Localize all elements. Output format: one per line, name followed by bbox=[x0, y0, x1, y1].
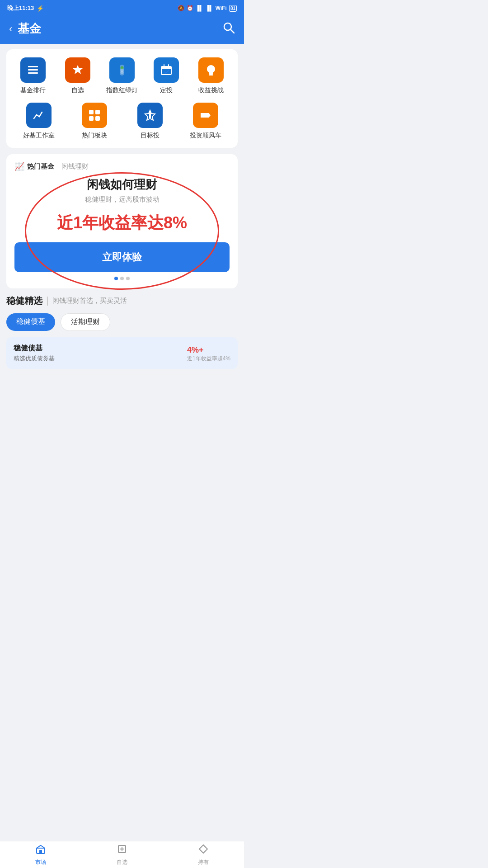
menu-item-hot-sector[interactable]: 热门板块 bbox=[74, 103, 115, 140]
promo-tab-idle-money[interactable]: 闲钱理财 bbox=[61, 162, 89, 171]
menu-item-fixed-invest[interactable]: 定投 bbox=[146, 57, 187, 94]
promo-oval-container: 闲钱如何理财 稳健理财，远离股市波动 近1年收益率达8% 立即体验 bbox=[14, 177, 230, 272]
svg-rect-15 bbox=[89, 110, 94, 114]
promo-tab-hot-fund[interactable]: 📈 热门基金 bbox=[14, 161, 54, 171]
index-light-icon bbox=[109, 57, 135, 83]
dot-indicators bbox=[14, 277, 230, 280]
filter-tab-stable[interactable]: 稳健债基 bbox=[6, 313, 55, 331]
menu-item-profit-challenge[interactable]: 收益挑战 bbox=[191, 57, 231, 94]
status-right: 🔕 ⏰ ▐▌ ▐▌ WiFi 81 bbox=[178, 5, 237, 12]
tailwind-icon bbox=[193, 103, 218, 128]
fund-rank-label: 基金排行 bbox=[20, 86, 46, 94]
menu-item-good-fund[interactable]: 好基工作室 bbox=[19, 103, 59, 140]
idle-money-tab-label: 闲钱理财 bbox=[61, 162, 89, 171]
wifi-icon: WiFi bbox=[216, 5, 227, 11]
section-divider bbox=[47, 297, 48, 306]
hot-sector-icon bbox=[82, 103, 107, 128]
promo-tabs: 📈 热门基金 闲钱理财 bbox=[14, 161, 230, 171]
target-invest-label: 目标投 bbox=[141, 132, 160, 140]
menu-item-target-invest[interactable]: 目标投 bbox=[130, 103, 170, 140]
index-light-label: 指数红绿灯 bbox=[106, 86, 138, 94]
menu-item-tailwind[interactable]: 投资顺风车 bbox=[185, 103, 226, 140]
good-fund-icon bbox=[26, 103, 52, 128]
fund-card-rate-info: 4%+ 近1年收益率超4% bbox=[187, 345, 230, 363]
menu-card: 基金排行 自选 指数红 bbox=[6, 49, 238, 148]
filter-tab-current[interactable]: 活期理财 bbox=[61, 313, 110, 331]
svg-rect-13 bbox=[209, 74, 213, 75]
menu-item-fund-rank[interactable]: 基金排行 bbox=[13, 57, 53, 94]
dot-3 bbox=[126, 277, 130, 280]
fund-card-rate: 4%+ bbox=[187, 345, 230, 355]
good-fund-label: 好基工作室 bbox=[23, 132, 55, 140]
promo-subtitle: 稳健理财，远离股市波动 bbox=[85, 195, 160, 204]
filter-tabs: 稳健债基 活期理财 bbox=[6, 313, 238, 331]
header: ‹ 基金 bbox=[0, 16, 244, 44]
hot-fund-tab-icon: 📈 bbox=[14, 161, 24, 171]
svg-point-8 bbox=[120, 71, 123, 74]
status-left: 晚上11:13 ⚡ bbox=[7, 4, 44, 12]
watchlist-icon bbox=[65, 57, 90, 83]
menu-item-index-light[interactable]: 指数红绿灯 bbox=[102, 57, 142, 94]
fund-card-desc: 精选优质债券基 bbox=[14, 354, 55, 363]
section-title: 稳健精选 bbox=[6, 295, 42, 307]
promo-rate: 近1年收益率达8% bbox=[57, 212, 187, 234]
menu-row-1: 基金排行 自选 指数红 bbox=[11, 57, 233, 94]
signal-icon: ▐▌ bbox=[196, 5, 203, 11]
alarm-icon: ⏰ bbox=[187, 5, 193, 11]
promo-title: 闲钱如何理财 bbox=[87, 177, 157, 193]
mute-icon: 🔕 bbox=[178, 5, 184, 11]
fund-card-info: 稳健债基 精选优质债券基 bbox=[14, 344, 55, 363]
promo-cta-button[interactable]: 立即体验 bbox=[14, 242, 230, 272]
target-invest-icon bbox=[137, 103, 163, 128]
svg-rect-20 bbox=[149, 111, 151, 118]
hot-fund-tab-label: 热门基金 bbox=[27, 162, 54, 171]
svg-rect-4 bbox=[28, 72, 38, 74]
svg-rect-3 bbox=[28, 69, 38, 71]
promo-card: 📈 热门基金 闲钱理财 闲钱如何理财 稳健理财，远离股市波动 近1年收益率达8%… bbox=[6, 154, 238, 288]
page-title: 基金 bbox=[18, 21, 41, 37]
profit-challenge-icon bbox=[198, 57, 224, 83]
svg-rect-18 bbox=[95, 116, 100, 121]
svg-rect-14 bbox=[209, 75, 213, 75]
lightning-icon: ⚡ bbox=[37, 5, 44, 12]
section-subtitle: 闲钱理财首选，买卖灵活 bbox=[52, 297, 127, 305]
dot-2 bbox=[120, 277, 124, 280]
hot-sector-label: 热门板块 bbox=[82, 132, 107, 140]
svg-rect-2 bbox=[28, 66, 38, 67]
fund-card-rate-label: 近1年收益率超4% bbox=[187, 355, 230, 363]
battery: 81 bbox=[229, 5, 237, 12]
svg-rect-10 bbox=[161, 66, 171, 69]
fund-rank-icon bbox=[20, 57, 46, 83]
svg-rect-17 bbox=[89, 116, 94, 121]
signal-icon2: ▐▌ bbox=[206, 5, 213, 11]
menu-row-2: 好基工作室 热门板块 bbox=[11, 103, 233, 140]
watchlist-label: 自选 bbox=[71, 86, 84, 94]
search-icon[interactable] bbox=[222, 21, 235, 37]
main-content: 基金排行 自选 指数红 bbox=[0, 44, 244, 379]
fixed-invest-label: 定投 bbox=[160, 86, 173, 94]
dot-1 bbox=[114, 277, 118, 280]
profit-challenge-label: 收益挑战 bbox=[198, 86, 224, 94]
tailwind-label: 投资顺风车 bbox=[190, 132, 221, 140]
header-left: ‹ 基金 bbox=[9, 21, 41, 37]
fund-card-row: 稳健债基 精选优质债券基 4%+ 近1年收益率超4% bbox=[14, 344, 230, 363]
fund-card[interactable]: 稳健债基 精选优质债券基 4%+ 近1年收益率超4% bbox=[6, 337, 238, 369]
menu-item-watchlist[interactable]: 自选 bbox=[57, 57, 98, 94]
section-header: 稳健精选 闲钱理财首选，买卖灵活 bbox=[6, 295, 238, 307]
fund-card-name: 稳健债基 bbox=[14, 344, 55, 353]
status-bar: 晚上11:13 ⚡ 🔕 ⏰ ▐▌ ▐▌ WiFi 81 bbox=[0, 0, 244, 16]
status-time: 晚上11:13 bbox=[7, 4, 34, 12]
svg-line-1 bbox=[230, 29, 234, 33]
back-button[interactable]: ‹ bbox=[9, 23, 12, 35]
svg-rect-16 bbox=[95, 110, 100, 114]
fixed-invest-icon bbox=[154, 57, 179, 83]
